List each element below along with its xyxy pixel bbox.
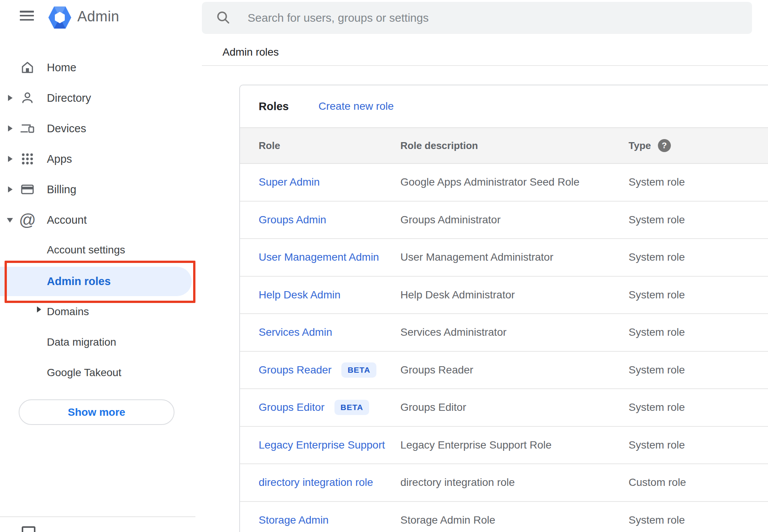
role-cell: directory integration role	[259, 476, 400, 489]
sidebar-item-label: Devices	[47, 122, 86, 135]
table-row: Services Admin Services Administrator Sy…	[240, 314, 768, 352]
role-type: System role	[629, 289, 685, 301]
role-cell: Super Admin	[259, 176, 400, 188]
role-description: directory integration role	[400, 476, 629, 489]
table-row: Groups Editor BETA Groups Editor System …	[240, 389, 768, 427]
role-description: Help Desk Administrator	[400, 289, 629, 301]
roles-card: Roles Create new role Role Role descript…	[239, 85, 768, 532]
sidebar-item-home[interactable]: Home	[0, 52, 195, 83]
person-icon	[20, 90, 35, 106]
role-link[interactable]: Help Desk Admin	[259, 289, 341, 301]
role-link[interactable]: Super Admin	[259, 176, 320, 188]
devices-icon	[20, 121, 35, 136]
role-cell: Groups Editor BETA	[259, 400, 400, 415]
role-type: System role	[629, 364, 685, 376]
column-header-role-description: Role description	[400, 140, 629, 152]
table-row: Legacy Enterprise Support Legacy Enterpr…	[240, 427, 768, 465]
role-description: Legacy Enterprise Support Role	[400, 439, 629, 451]
sidebar-item-admin-roles[interactable]: Admin roles	[0, 267, 192, 296]
role-type: System role	[629, 514, 685, 526]
sidebar-item-apps[interactable]: Apps	[0, 144, 195, 174]
sidebar-subitem-label: Account settings	[47, 244, 125, 256]
table-row: Help Desk Admin Help Desk Administrator …	[240, 277, 768, 314]
beta-badge: BETA	[334, 400, 370, 415]
card-header: Roles Create new role	[240, 85, 768, 127]
role-cell: Services Admin	[259, 326, 400, 338]
home-icon	[20, 60, 35, 75]
table-row: User Management Admin User Management Ad…	[240, 239, 768, 277]
column-header-type-label: Type	[629, 140, 651, 152]
header-divider	[202, 65, 768, 66]
search-input[interactable]: Search for users, groups or settings	[202, 2, 752, 34]
table-row: Storage Admin Storage Admin Role System …	[240, 502, 768, 532]
sidebar-item-devices[interactable]: Devices	[0, 113, 195, 144]
sidebar-subitem-label: Data migration	[47, 336, 116, 348]
sidebar-subitem-label: Domains	[47, 306, 89, 318]
search-placeholder: Search for users, groups or settings	[248, 11, 429, 24]
at-sign-icon: @	[20, 212, 35, 228]
role-link[interactable]: User Management Admin	[259, 251, 379, 263]
expand-arrow-icon[interactable]	[8, 156, 13, 162]
column-header-role: Role	[259, 140, 400, 152]
column-header-type: Type ?	[629, 139, 671, 152]
table-row: Super Admin Google Apps Administrator Se…	[240, 164, 768, 202]
role-link[interactable]: Groups Reader	[259, 364, 331, 376]
role-description: Google Apps Administrator Seed Role	[400, 176, 629, 188]
search-icon	[216, 10, 231, 26]
role-description: Storage Admin Role	[400, 514, 629, 526]
role-description: Groups Administrator	[400, 214, 629, 226]
menu-icon[interactable]	[20, 11, 34, 21]
role-link[interactable]: Storage Admin	[259, 514, 329, 526]
expand-arrow-icon[interactable]	[37, 306, 41, 312]
role-cell: Storage Admin	[259, 514, 400, 526]
sidebar-item-account-settings[interactable]: Account settings	[0, 235, 195, 264]
collapse-arrow-icon[interactable]	[7, 218, 13, 223]
role-description: Groups Reader	[400, 364, 629, 376]
page-title: Admin roles	[222, 46, 279, 58]
sidebar-item-label: Apps	[47, 153, 72, 165]
role-type: System role	[629, 251, 685, 263]
role-link[interactable]: Services Admin	[259, 326, 332, 338]
role-link[interactable]: Groups Admin	[259, 214, 326, 226]
sidebar-item-label: Billing	[47, 183, 76, 196]
role-cell: Legacy Enterprise Support	[259, 439, 400, 451]
sidebar-item-domains[interactable]: Domains	[0, 296, 195, 326]
sidebar-divider	[0, 516, 195, 517]
role-cell: User Management Admin	[259, 251, 400, 263]
sidebar: Admin Home Directory Devices	[0, 0, 195, 532]
role-description: User Management Administrator	[400, 251, 629, 263]
table-row: directory integration role directory int…	[240, 464, 768, 502]
role-link[interactable]: directory integration role	[259, 476, 373, 489]
expand-arrow-icon[interactable]	[8, 125, 13, 131]
credit-card-icon	[20, 182, 35, 197]
sidebar-subitem-label: Admin roles	[47, 275, 111, 288]
role-type: System role	[629, 401, 685, 413]
table-row: Groups Admin Groups Administrator System…	[240, 202, 768, 239]
role-type: Custom role	[629, 476, 686, 489]
expand-arrow-icon[interactable]	[8, 186, 13, 192]
role-description: Services Administrator	[400, 326, 629, 338]
role-link[interactable]: Groups Editor	[259, 401, 325, 413]
role-cell: Help Desk Admin	[259, 289, 400, 301]
clipped-bottom-icon	[22, 526, 35, 532]
sidebar-item-label: Directory	[47, 92, 91, 104]
help-icon[interactable]: ?	[658, 139, 671, 152]
sidebar-item-directory[interactable]: Directory	[0, 83, 195, 113]
create-new-role-link[interactable]: Create new role	[318, 100, 394, 112]
card-title: Roles	[259, 100, 318, 113]
role-type: System role	[629, 176, 685, 188]
role-type: System role	[629, 214, 685, 226]
role-description: Groups Editor	[400, 401, 629, 413]
sidebar-item-data-migration[interactable]: Data migration	[0, 327, 195, 357]
expand-arrow-icon[interactable]	[8, 95, 13, 101]
sidebar-subitem-label: Google Takeout	[47, 367, 122, 379]
sidebar-item-google-takeout[interactable]: Google Takeout	[0, 357, 195, 387]
sidebar-item-account[interactable]: @ Account	[0, 205, 195, 235]
sidebar-item-label: Account	[47, 214, 87, 226]
sidebar-item-billing[interactable]: Billing	[0, 174, 195, 205]
role-link[interactable]: Legacy Enterprise Support	[259, 439, 385, 451]
role-cell: Groups Admin	[259, 214, 400, 226]
show-more-button[interactable]: Show more	[19, 399, 174, 425]
brand-name: Admin	[77, 8, 119, 25]
admin-logo-icon	[48, 6, 71, 29]
